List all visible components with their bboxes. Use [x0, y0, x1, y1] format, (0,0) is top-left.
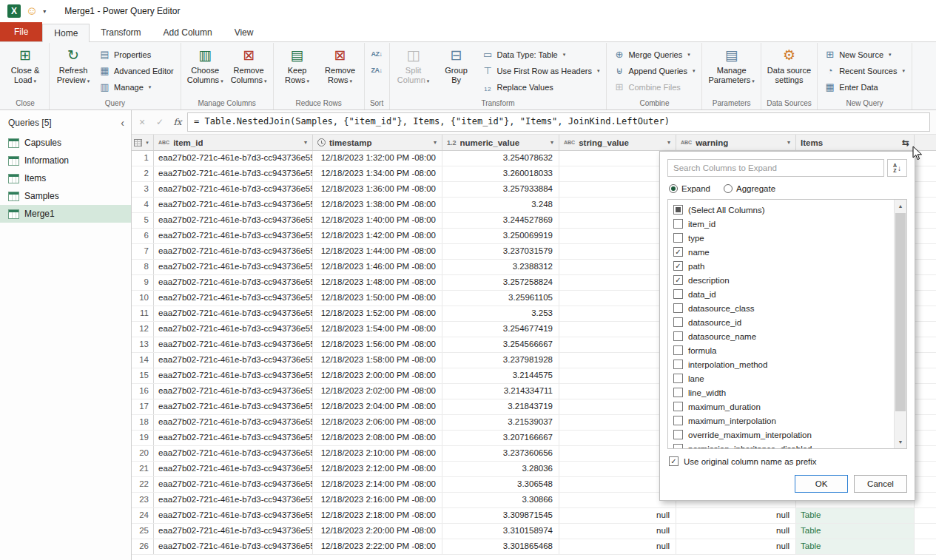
- column-checkbox-item-path[interactable]: ✓path: [673, 259, 890, 273]
- checkbox-icon[interactable]: [673, 416, 683, 425]
- keep-rows-button[interactable]: ▤KeepRows▾: [277, 44, 318, 88]
- row-number[interactable]: 26: [132, 539, 154, 554]
- advanced-editor-button[interactable]: ▦Advanced Editor: [95, 63, 178, 78]
- scroll-down-icon[interactable]: ▼: [895, 436, 906, 448]
- filter-dropdown-icon[interactable]: ▾: [431, 138, 439, 146]
- checkbox-icon[interactable]: [673, 219, 683, 229]
- cell-timestamp[interactable]: 12/18/2023 1:52:00 PM -08:00: [313, 306, 442, 321]
- column-checkbox-item-interpolation-method[interactable]: interpolation_method: [673, 357, 890, 371]
- mode-option-aggregate[interactable]: Aggregate: [724, 184, 775, 193]
- prefix-checkbox-icon[interactable]: ✓: [669, 456, 679, 466]
- remove-columns-button[interactable]: ⊠RemoveColumns▾: [228, 44, 270, 88]
- row-number[interactable]: 5: [132, 213, 154, 228]
- checkbox-icon[interactable]: [673, 331, 683, 341]
- prefix-option[interactable]: ✓ Use original column name as prefix: [669, 456, 907, 466]
- checkbox-icon[interactable]: [673, 430, 683, 439]
- cell-timestamp[interactable]: 12/18/2023 2:00:00 PM -08:00: [313, 368, 442, 383]
- column-checkbox-item-maximum-interpolation[interactable]: maximum_interpolation: [673, 414, 890, 428]
- table-menu-icon[interactable]: ▾: [144, 139, 151, 146]
- cell-item-id[interactable]: eaa27b02-721c-461e-b7d3-cc943736e559: [154, 244, 313, 259]
- panel-scrollbar[interactable]: ▲ ▼: [894, 200, 906, 448]
- row-number[interactable]: 23: [132, 493, 154, 507]
- tab-home[interactable]: Home: [42, 24, 90, 42]
- cell-item-id[interactable]: eaa27b02-721c-461e-b7d3-cc943736e559: [154, 151, 313, 166]
- combine-files-button[interactable]: ⊞Combine Files: [610, 79, 698, 95]
- cell-timestamp[interactable]: 12/18/2023 1:32:00 PM -08:00: [313, 151, 442, 166]
- column-header-items[interactable]: Items⇆: [796, 135, 915, 150]
- cell-item-id[interactable]: eaa27b02-721c-461e-b7d3-cc943736e559: [154, 166, 313, 181]
- cell-numeric-value[interactable]: 3.309871545: [442, 508, 559, 523]
- cell-numeric-value[interactable]: 3.306548: [442, 477, 559, 492]
- tab-file[interactable]: File: [0, 22, 42, 41]
- row-number[interactable]: 9: [132, 275, 154, 290]
- column-checkbox-item-permission-inheritance-disabled[interactable]: permission_inheritance_disabled: [673, 442, 890, 449]
- search-columns-input[interactable]: [667, 159, 884, 177]
- column-header-warning[interactable]: ABCwarning▾: [676, 135, 796, 150]
- cell-item-id[interactable]: eaa27b02-721c-461e-b7d3-cc943736e559: [154, 446, 313, 461]
- cell-timestamp[interactable]: 12/18/2023 2:12:00 PM -08:00: [313, 462, 442, 476]
- checkbox-icon[interactable]: [673, 444, 683, 449]
- formula-input[interactable]: = Table.NestedJoin(Samples, {"item_id"},…: [187, 112, 930, 132]
- cell-numeric-value[interactable]: 3.21843719: [442, 399, 559, 414]
- cell-numeric-value[interactable]: 3.25961105: [442, 291, 559, 306]
- cell-numeric-value[interactable]: 3.257258824: [442, 275, 559, 290]
- cell-timestamp[interactable]: 12/18/2023 1:38:00 PM -08:00: [313, 198, 442, 212]
- row-number[interactable]: 18: [132, 415, 154, 430]
- cell-numeric-value[interactable]: 3.244527869: [442, 213, 559, 228]
- cell-numeric-value[interactable]: 3.207166667: [442, 431, 559, 445]
- row-number[interactable]: 25: [132, 524, 154, 539]
- row-number[interactable]: 1: [132, 151, 154, 166]
- cell-item-id[interactable]: eaa27b02-721c-461e-b7d3-cc943736e559: [154, 539, 313, 554]
- cell-timestamp[interactable]: 12/18/2023 1:46:00 PM -08:00: [313, 260, 442, 274]
- row-number[interactable]: 14: [132, 353, 154, 368]
- column-checkbox-item-datasource-name[interactable]: datasource_name: [673, 329, 890, 343]
- column-checkbox-item-description[interactable]: ✓description: [673, 273, 890, 287]
- cell-numeric-value[interactable]: 3.237360656: [442, 446, 559, 461]
- cell-items[interactable]: Table: [796, 508, 915, 523]
- cell-numeric-value[interactable]: 3.30866: [442, 493, 559, 507]
- cell-numeric-value[interactable]: 3.21539037: [442, 415, 559, 430]
- cell-timestamp[interactable]: 12/18/2023 2:18:00 PM -08:00: [313, 508, 442, 523]
- cell-numeric-value[interactable]: 3.254566667: [442, 337, 559, 352]
- quick-access-dropdown-icon[interactable]: ▾: [43, 8, 46, 15]
- column-checkbox-item-datasource-class[interactable]: datasource_class: [673, 301, 890, 315]
- cell-numeric-value[interactable]: 3.28036: [442, 462, 559, 476]
- row-number[interactable]: 4: [132, 198, 154, 212]
- cell-warning[interactable]: null: [676, 508, 796, 523]
- group-by-button[interactable]: ⊟GroupBy: [436, 44, 477, 87]
- sort-columns-button[interactable]: AZ↓: [887, 159, 907, 177]
- cell-numeric-value[interactable]: 3.260018033: [442, 166, 559, 181]
- manage-button[interactable]: ▥Manage▾: [95, 79, 178, 95]
- cell-timestamp[interactable]: 12/18/2023 1:40:00 PM -08:00: [313, 213, 442, 228]
- row-number[interactable]: 20: [132, 446, 154, 461]
- replace-values-button[interactable]: ₁₂Replace Values: [479, 79, 604, 95]
- row-number[interactable]: 2: [132, 166, 154, 181]
- cell-string-value[interactable]: null: [559, 508, 676, 523]
- merge-queries-button[interactable]: ⊕Merge Queries▾: [610, 47, 698, 62]
- cell-numeric-value[interactable]: 3.250069919: [442, 229, 559, 243]
- remove-rows-button[interactable]: ⊠RemoveRows▾: [320, 44, 361, 88]
- cell-timestamp[interactable]: 12/18/2023 2:06:00 PM -08:00: [313, 415, 442, 430]
- split-column-button[interactable]: ◫SplitColumn▾: [393, 44, 434, 88]
- column-checkbox-item-type[interactable]: type: [673, 231, 890, 245]
- cell-warning[interactable]: null: [676, 539, 796, 554]
- filter-dropdown-icon[interactable]: ▾: [548, 138, 556, 146]
- column-checkbox-item-line-width[interactable]: line_width: [673, 385, 890, 399]
- cell-item-id[interactable]: eaa27b02-721c-461e-b7d3-cc943736e559: [154, 275, 313, 290]
- expand-column-icon[interactable]: ⇆: [902, 138, 911, 148]
- column-checkbox-item-override-maximum-interpolation[interactable]: override_maximum_interpolation: [673, 428, 890, 442]
- mode-option-expand[interactable]: Expand: [669, 184, 710, 193]
- cell-item-id[interactable]: eaa27b02-721c-461e-b7d3-cc943736e559: [154, 229, 313, 243]
- column-header-string-value[interactable]: ABCstring_value▾: [559, 135, 676, 150]
- table-corner-cell[interactable]: ▾: [132, 135, 154, 150]
- sort-descending-icon-button[interactable]: ZA↓: [368, 63, 386, 78]
- data-type-table-button[interactable]: ▭Data Type: Table▾: [479, 47, 604, 62]
- cell-item-id[interactable]: eaa27b02-721c-461e-b7d3-cc943736e559: [154, 384, 313, 399]
- checkbox-icon[interactable]: [673, 402, 683, 411]
- cell-numeric-value[interactable]: 3.254677419: [442, 322, 559, 337]
- cell-item-id[interactable]: eaa27b02-721c-461e-b7d3-cc943736e559: [154, 291, 313, 306]
- cancel-button[interactable]: Cancel: [854, 475, 907, 493]
- cell-timestamp[interactable]: 12/18/2023 2:22:00 PM -08:00: [313, 539, 442, 554]
- cell-item-id[interactable]: eaa27b02-721c-461e-b7d3-cc943736e559: [154, 322, 313, 337]
- cell-numeric-value[interactable]: 3.237981928: [442, 353, 559, 368]
